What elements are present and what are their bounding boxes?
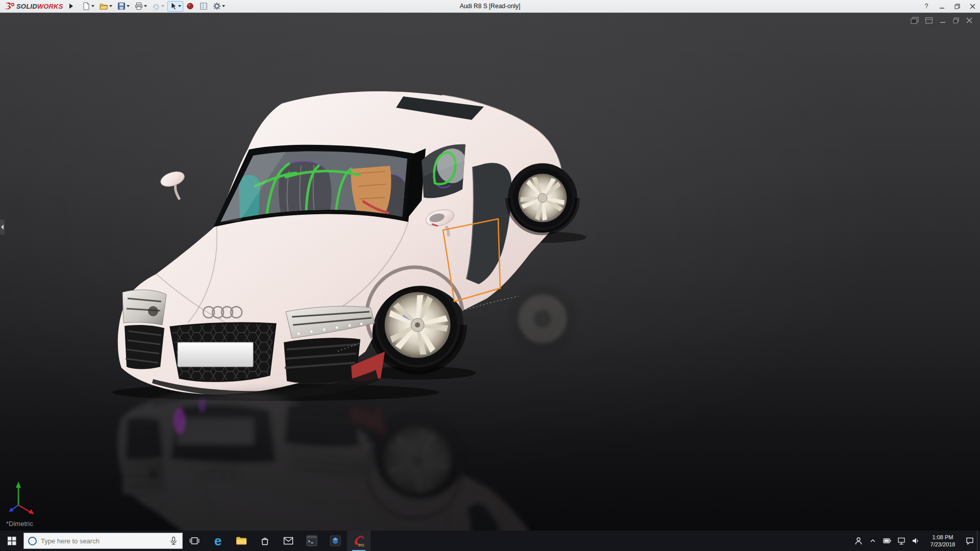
maximize-button[interactable] — [949, 0, 965, 12]
new-document-button[interactable] — [80, 1, 96, 12]
action-center-icon — [965, 536, 974, 545]
file-explorer-button[interactable] — [230, 531, 253, 551]
options-gear-icon — [213, 2, 221, 10]
options-button[interactable] — [211, 1, 227, 12]
window-controls: ? — [919, 0, 980, 12]
orientation-triad — [3, 474, 44, 517]
feature-manager-collapse-tab[interactable] — [0, 219, 5, 235]
y-axis-arrow — [16, 482, 21, 488]
dropdown-caret — [178, 5, 181, 7]
store-button[interactable] — [253, 531, 277, 551]
doc-minimize-icon[interactable] — [939, 17, 946, 24]
volume-icon — [911, 536, 920, 545]
network-button[interactable] — [894, 531, 909, 551]
clock-date: 7/23/2018 — [930, 541, 955, 548]
print-icon — [135, 2, 143, 10]
save-icon — [117, 2, 126, 10]
edge-button[interactable]: e — [206, 531, 230, 551]
design-table-button[interactable] — [198, 1, 210, 12]
quick-access-toolbar — [80, 1, 227, 12]
solidworks-year-label: 2017 — [358, 543, 365, 547]
logo-text-works: WORKS — [37, 3, 63, 10]
minimize-icon — [939, 4, 945, 9]
left-air-intake[interactable] — [125, 325, 164, 369]
model-scene[interactable] — [0, 13, 980, 531]
close-button[interactable] — [965, 0, 980, 12]
store-icon — [260, 536, 270, 546]
tile-window-icon[interactable] — [925, 17, 933, 24]
taskbar: e 2017 — [0, 531, 980, 551]
license-plate[interactable] — [178, 342, 253, 367]
document-window-controls — [911, 17, 973, 24]
left-headlight[interactable] — [122, 290, 166, 325]
menu-flyout-arrow[interactable] — [69, 4, 73, 9]
volume-button[interactable] — [909, 531, 923, 551]
edrawings-icon — [330, 535, 341, 546]
minimize-button[interactable] — [934, 0, 949, 12]
window-title: Audi R8 S [Read-only] — [460, 3, 521, 10]
dropdown-caret — [109, 5, 112, 7]
tray-overflow-button[interactable] — [866, 531, 880, 551]
cortana-icon[interactable] — [28, 537, 37, 545]
people-icon — [854, 536, 863, 545]
dropdown-caret — [161, 5, 164, 7]
doc-restore-icon[interactable] — [952, 17, 960, 24]
mail-button[interactable] — [277, 531, 300, 551]
view-orientation-label: *Dimetric — [6, 520, 33, 528]
select-arrow-icon — [169, 2, 177, 10]
terminal-icon — [306, 535, 317, 546]
appearance-icon — [186, 2, 194, 10]
windows-logo-icon — [8, 537, 16, 545]
new-window-icon[interactable] — [911, 17, 919, 24]
3ds-logo-icon — [4, 2, 14, 10]
print-button[interactable] — [133, 1, 149, 12]
start-button[interactable] — [0, 531, 23, 551]
chevron-up-icon — [869, 537, 876, 544]
microphone-icon[interactable] — [169, 536, 178, 545]
battery-icon — [883, 536, 892, 545]
design-table-icon — [200, 2, 208, 10]
battery-button[interactable] — [880, 531, 894, 551]
undo-button[interactable] — [150, 1, 166, 12]
taskbar-spacer — [371, 531, 851, 551]
close-icon — [970, 4, 975, 9]
dropdown-caret — [91, 5, 94, 7]
people-button[interactable] — [851, 531, 866, 551]
solidworks-taskbar-button[interactable]: 2017 — [347, 531, 371, 551]
taskbar-clock[interactable]: 1:08 PM 7/23/2018 — [923, 531, 963, 551]
help-button[interactable]: ? — [919, 0, 934, 12]
mail-icon — [283, 537, 293, 545]
search-input[interactable] — [41, 537, 165, 545]
task-view-button[interactable] — [183, 531, 206, 551]
restore-icon — [954, 4, 960, 9]
solidworks-logo: SOLIDWORKS — [0, 2, 66, 11]
file-explorer-icon — [236, 536, 247, 545]
rear-wheel[interactable] — [508, 163, 577, 233]
appearance-button[interactable] — [184, 1, 197, 12]
car-model[interactable] — [118, 91, 577, 398]
open-icon — [100, 2, 108, 10]
new-document-icon — [82, 2, 90, 10]
right-air-intake[interactable] — [284, 338, 360, 383]
select-tool-button[interactable] — [167, 1, 183, 12]
undo-icon — [152, 2, 160, 10]
solidworks-icon: 2017 — [353, 535, 365, 547]
edge-icon: e — [214, 534, 222, 547]
action-center-button[interactable] — [963, 531, 977, 551]
dropdown-caret — [127, 5, 130, 7]
save-button[interactable] — [115, 1, 132, 12]
open-button[interactable] — [97, 1, 114, 12]
edrawings-button[interactable] — [324, 531, 347, 551]
show-desktop-button[interactable] — [977, 531, 980, 551]
network-icon — [897, 536, 906, 545]
task-view-icon — [189, 536, 200, 545]
logo-text-solid: SOLID — [16, 3, 37, 10]
terminal-button[interactable] — [300, 531, 324, 551]
dropdown-caret — [222, 5, 225, 7]
dropdown-caret — [144, 5, 147, 7]
left-mirror[interactable] — [159, 169, 186, 199]
3d-viewport[interactable]: *Dimetric — [0, 13, 980, 531]
doc-close-icon[interactable] — [966, 17, 973, 24]
clock-time: 1:08 PM — [933, 534, 953, 541]
taskbar-search[interactable] — [23, 533, 183, 549]
